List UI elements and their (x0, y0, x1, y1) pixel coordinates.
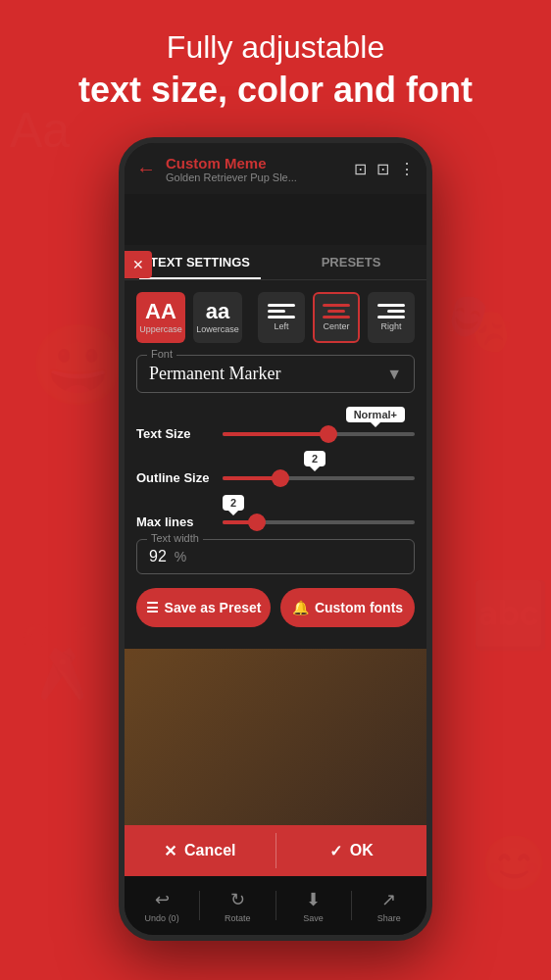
outline-size-label: Outline Size (136, 470, 215, 485)
save-icon: ⬇ (306, 889, 321, 910)
app-subtitle: Golden Retriever Pup Sle... (166, 172, 354, 183)
ok-button[interactable]: ✓ OK (276, 825, 427, 876)
cancel-icon: ✕ (164, 842, 176, 860)
text-size-label: Text Size (136, 426, 215, 441)
max-lines-tooltip: 2 (223, 495, 244, 511)
lowercase-letter: aa (206, 301, 229, 322)
line2 (327, 310, 345, 313)
undo-label: Undo (0) (145, 913, 179, 923)
text-width-unit: % (175, 549, 186, 564)
text-width-label: Text width (147, 532, 203, 544)
outline-size-track[interactable] (223, 476, 415, 480)
uppercase-button[interactable]: AA Uppercase (136, 292, 185, 343)
line1 (268, 304, 295, 307)
undo-icon: ↩ (155, 889, 170, 910)
cancel-label: Cancel (184, 842, 235, 859)
font-selector[interactable]: Font Permanent Marker ▼ (136, 355, 415, 393)
toolbar-undo[interactable]: ↩ Undo (0) (125, 889, 199, 923)
uppercase-letter: AA (145, 301, 176, 322)
tab-presets[interactable]: PRESETS (276, 245, 426, 279)
line1 (323, 304, 350, 307)
outline-tooltip-row: 2 (215, 451, 415, 466)
phone-frame: ← Custom Meme Golden Retriever Pup Sle..… (119, 137, 432, 941)
font-name-value: Permanent Marker (149, 364, 280, 384)
format-row: AA Uppercase aa Lowercase (136, 292, 415, 343)
lowercase-button[interactable]: aa Lowercase (193, 292, 242, 343)
rotate-label: Rotate (225, 913, 251, 923)
align-center-button[interactable]: Center (313, 292, 360, 343)
line2 (387, 310, 405, 313)
max-lines-row: Max lines (136, 514, 415, 529)
tab-bar: TEXT SETTINGS PRESETS (125, 245, 426, 280)
save-preset-label: Save as Preset (165, 600, 262, 615)
font-value-row: Permanent Marker ▼ (149, 364, 402, 384)
settings-panel: TEXT SETTINGS PRESETS AA Uppercase aa Lo… (125, 245, 426, 649)
center-lines (323, 304, 350, 318)
save-label: Save (303, 913, 324, 923)
text-size-thumb[interactable] (320, 425, 337, 443)
app-title: Custom Meme (166, 155, 354, 172)
align-left-label: Left (274, 321, 288, 331)
bottom-action-bar: ✕ Cancel ✓ OK (125, 825, 426, 876)
line3 (323, 316, 350, 318)
outline-size-row: Outline Size (136, 470, 415, 485)
text-size-track[interactable] (223, 432, 415, 436)
toolbar-share[interactable]: ↗ Share (352, 889, 426, 923)
header-line1: Fully adjustable (0, 29, 551, 66)
left-lines (268, 304, 295, 318)
more-icon[interactable]: ⋮ (399, 160, 415, 178)
toolbar: ↩ Undo (0) ↻ Rotate ⬇ Save ↗ Share (125, 876, 426, 935)
text-width-value[interactable]: 92 (149, 548, 167, 565)
line3 (377, 316, 405, 318)
share-label: Share (377, 913, 401, 923)
transform-icon[interactable]: ⊡ (376, 160, 389, 178)
custom-fonts-button[interactable]: 🔔 Custom fonts (280, 588, 415, 627)
font-label: Font (147, 348, 176, 360)
topbar-icons: ⊡ ⊡ ⋮ (354, 160, 415, 178)
line2 (268, 310, 285, 313)
ok-icon: ✓ (329, 842, 342, 860)
align-right-label: Right (380, 321, 401, 331)
custom-fonts-label: Custom fonts (315, 600, 403, 615)
toolbar-rotate[interactable]: ↻ Rotate (200, 889, 275, 923)
uppercase-label: Uppercase (139, 324, 182, 334)
text-size-section: Normal+ Text Size (136, 407, 415, 441)
header-line2: text size, color and font (0, 70, 551, 111)
panel-content: AA Uppercase aa Lowercase (125, 280, 426, 649)
text-size-fill (223, 432, 328, 436)
title-group: Custom Meme Golden Retriever Pup Sle... (166, 155, 354, 183)
outline-size-thumb[interactable] (272, 469, 289, 487)
action-buttons-row: ☰ Save as Preset 🔔 Custom fonts (136, 588, 415, 627)
font-dropdown-arrow: ▼ (386, 366, 402, 383)
max-lines-thumb[interactable] (248, 514, 266, 531)
align-left-button[interactable]: Left (258, 292, 305, 343)
save-preset-button[interactable]: ☰ Save as Preset (136, 588, 271, 627)
phone-topbar: ← Custom Meme Golden Retriever Pup Sle..… (125, 143, 426, 194)
right-lines (377, 304, 405, 318)
rotate-icon: ↻ (230, 889, 245, 910)
max-lines-track[interactable] (223, 520, 415, 524)
text-size-row: Text Size (136, 426, 415, 441)
text-width-section: Text width 92 % (136, 539, 415, 574)
max-lines-label: Max lines (136, 514, 215, 529)
line3 (268, 316, 295, 318)
delete-icon[interactable]: ✕ (125, 251, 152, 278)
text-width-row: 92 % (149, 548, 402, 565)
outline-size-tooltip: 2 (304, 451, 326, 466)
align-right-button[interactable]: Right (368, 292, 415, 343)
cancel-button[interactable]: ✕ Cancel (125, 825, 276, 876)
crop-icon[interactable]: ⊡ (354, 160, 367, 178)
toolbar-save[interactable]: ⬇ Save (276, 889, 351, 923)
align-center-label: Center (323, 321, 349, 331)
share-icon: ↗ (381, 889, 396, 910)
back-arrow-icon[interactable]: ← (136, 158, 156, 180)
max-lines-tooltip-row: 2 (136, 495, 415, 511)
header-section: Fully adjustable text size, color and fo… (0, 29, 551, 111)
max-lines-section: 2 Max lines (136, 495, 415, 529)
line1 (377, 304, 405, 307)
lowercase-label: Lowercase (196, 324, 239, 334)
text-size-tooltip-row: Normal+ (136, 407, 415, 422)
custom-fonts-icon: 🔔 (292, 600, 309, 615)
ok-label: OK (350, 842, 374, 859)
outline-size-section: 2 Outline Size (136, 451, 415, 485)
